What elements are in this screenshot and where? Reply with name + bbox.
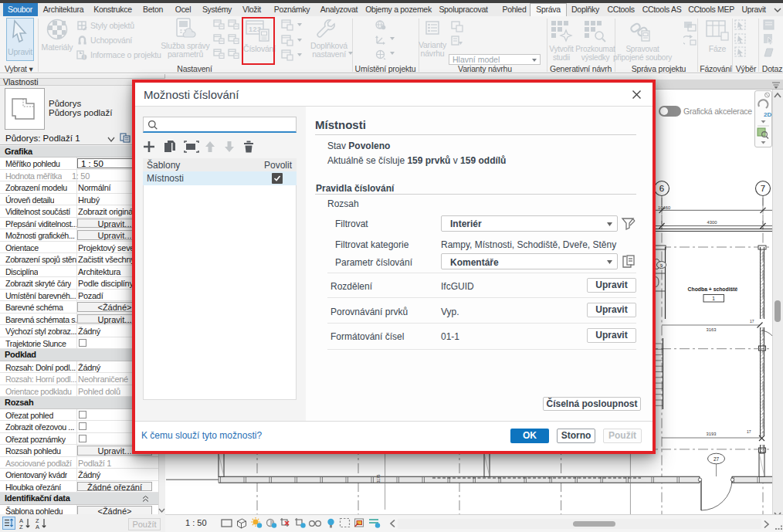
svg-text:3163: 3163	[707, 327, 717, 332]
svg-text:1: 1	[712, 296, 715, 301]
svg-text:Chodba + schodiště: Chodba + schodiště	[688, 286, 738, 292]
svg-text:27: 27	[714, 456, 720, 462]
svg-text:3193: 3193	[707, 432, 717, 436]
svg-text:17: 17	[747, 429, 751, 434]
svg-text:6: 6	[659, 184, 664, 193]
svg-text:Z: Z	[19, 524, 23, 530]
svg-text:7: 7	[761, 184, 765, 193]
svg-text:2D: 2D	[764, 111, 771, 118]
svg-text:3175: 3175	[377, 474, 381, 483]
svg-text:9: 9	[660, 263, 663, 268]
svg-text:4300: 4300	[707, 220, 717, 225]
svg-text:A: A	[36, 524, 39, 530]
svg-text:i: i	[83, 54, 84, 59]
svg-text:17: 17	[750, 319, 754, 324]
